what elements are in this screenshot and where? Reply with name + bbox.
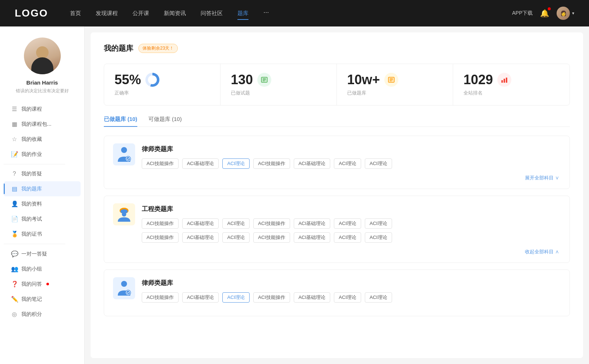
menu-label: 我的证书 [21,231,42,238]
svg-rect-10 [501,80,503,83]
stat-value-banks: 10w+ [347,73,380,86]
sidebar-menu: ☰ 我的课程 ▦ 我的课程包... ☆ 我的收藏 📝 我的作业 ? 我的答疑 ▤ [0,101,84,322]
tag-2-4[interactable]: ACI基础理论 [294,218,331,229]
nav-question-bank[interactable]: 题库 [237,8,248,18]
tag-2b-0[interactable]: ACI技能操作 [142,232,179,243]
person-silhouette [29,45,55,74]
user-avatar-menu[interactable]: 👩 ▾ [557,7,574,20]
tag-3-2[interactable]: ACI理论 [222,292,250,303]
stat-label-questions: 已做试题 [231,90,326,96]
expand-link-1[interactable]: 展开全部科目 ∨ [113,175,561,181]
tag-1-3[interactable]: ACI技能操作 [253,158,290,169]
stat-label-accuracy: 正确率 [114,90,210,96]
tab-available-banks[interactable]: 可做题库 (10) [148,116,182,126]
tag-1-1[interactable]: ACI基础理论 [182,158,219,169]
tag-2-6[interactable]: ACI理论 [365,218,392,229]
tag-1-5[interactable]: ACI理论 [334,158,361,169]
qbank-header-3: 律师类题库 ACI技能操作 ACI基础理论 ACI理论 ACI技能操作 ACI基… [113,277,561,303]
menu-label: 我的积分 [21,311,42,318]
tag-2b-3[interactable]: ACI技能操作 [253,232,290,243]
qbank-icon-engineer [113,203,135,225]
sidebar-item-certificate[interactable]: 🏅 我的证书 [4,226,81,242]
tag-3-6[interactable]: ACI理论 [365,292,392,303]
sidebar-item-my-courses[interactable]: ☰ 我的课程 [4,101,81,117]
navbar: LOGO 首页 发现课程 公开课 新闻资讯 问答社区 题库 ··· APP下载 … [0,0,589,26]
nav-news[interactable]: 新闻资讯 [164,8,186,18]
sidebar-item-tutoring[interactable]: 💬 一对一答疑 [4,246,81,261]
menu-label: 我的笔记 [21,296,42,303]
tag-2-5[interactable]: ACI理论 [334,218,361,229]
stat-banks-done: 10w+ 已做题库 [337,64,453,105]
sidebar-item-homework[interactable]: 📝 我的作业 [4,147,81,162]
sidebar-item-exam[interactable]: 📄 我的考试 [4,211,81,226]
sidebar-item-favorites[interactable]: ☆ 我的收藏 [4,132,81,147]
tag-1-2[interactable]: ACI理论 [222,158,250,169]
tags-row-2b: ACI技能操作 ACI基础理论 ACI理论 ACI技能操作 ACI基础理论 AC… [142,232,561,243]
sidebar-item-questions[interactable]: ❓ 我的问答 [4,276,81,292]
nav-open-course[interactable]: 公开课 [133,8,149,18]
menu-label: 我的题库 [21,186,42,192]
sidebar-item-profile[interactable]: 👤 我的资料 [4,196,81,211]
bell-icon: 🔔 [540,9,549,17]
menu-label: 我的课程包... [21,121,52,128]
nav-home[interactable]: 首页 [70,8,81,18]
svg-point-19 [121,281,127,287]
tag-3-5[interactable]: ACI理论 [334,292,361,303]
sidebar-item-qa[interactable]: ? 我的答疑 [4,167,81,181]
tag-3-4[interactable]: ACI基础理论 [294,292,331,303]
nav-qa[interactable]: 问答社区 [201,8,223,18]
tag-2-2[interactable]: ACI理论 [222,218,250,229]
sidebar-item-groups[interactable]: 👥 我的小组 [4,261,81,276]
tag-3-1[interactable]: ACI基础理论 [182,292,219,303]
stat-value-rank: 1029 [463,73,493,86]
stat-top: 55% [114,73,210,87]
tag-1-4[interactable]: ACI基础理论 [294,158,331,169]
notification-bell[interactable]: 🔔 [540,9,549,18]
profile-name: Brian Harris [27,79,58,86]
sidebar-item-question-bank[interactable]: ▤ 我的题库 [4,181,81,196]
stat-rank: 1029 全站排名 [453,64,569,105]
lawyer-icon [116,146,132,163]
qbank-icon: ▤ [11,185,18,192]
stat-accuracy: 55% 正确率 [104,64,221,105]
tag-2-3[interactable]: ACI技能操作 [253,218,290,229]
groups-icon: 👥 [11,265,18,272]
tag-3-0[interactable]: ACI技能操作 [142,292,179,303]
tag-2b-1[interactable]: ACI基础理论 [182,232,219,243]
tag-2b-6[interactable]: ACI理论 [365,232,392,243]
notes-icon: ✏️ [11,296,18,303]
content-area: 我的题库 体验剩余23天！ 55% 正确率 130 [91,32,583,358]
tutoring-icon: 💬 [11,250,18,257]
qbank-content-3: 律师类题库 ACI技能操作 ACI基础理论 ACI理论 ACI技能操作 ACI基… [142,277,561,303]
stat-icon-accuracy [145,73,159,87]
collapse-link-2[interactable]: 收起全部科目 ∧ [113,249,561,255]
nav-more[interactable]: ··· [263,8,269,18]
menu-label: 我的答疑 [21,171,42,177]
menu-label: 我的作业 [21,151,42,158]
logo: LOGO [15,7,48,19]
tag-3-3[interactable]: ACI技能操作 [253,292,290,303]
sidebar-item-points[interactable]: ◎ 我的积分 [4,307,81,322]
stats-row: 55% 正确率 130 [104,64,570,106]
stat-label-banks: 已做题库 [347,90,442,96]
sidebar-item-notes[interactable]: ✏️ 我的笔记 [4,292,81,307]
tag-2b-5[interactable]: ACI理论 [334,232,361,243]
tag-2b-2[interactable]: ACI理论 [222,232,250,243]
svg-point-13 [121,147,127,153]
avatar-background [24,38,61,74]
tag-2-0[interactable]: ACI技能操作 [142,218,179,229]
qa-icon: ? [11,171,18,177]
app-download-button[interactable]: APP下载 [512,10,533,17]
tag-1-0[interactable]: ACI技能操作 [142,158,179,169]
tag-2b-4[interactable]: ACI基础理论 [294,232,331,243]
tag-2-1[interactable]: ACI基础理论 [182,218,219,229]
tag-1-6[interactable]: ACI理论 [365,158,392,169]
tab-done-banks[interactable]: 已做题库 (10) [104,116,137,126]
menu-label: 我的收藏 [21,136,42,143]
nav-discover[interactable]: 发现课程 [96,8,118,18]
notification-badge [548,7,551,10]
menu-label: 我的考试 [21,216,42,222]
chevron-down-icon: ▾ [572,11,574,16]
tags-row-2a: ACI技能操作 ACI基础理论 ACI理论 ACI技能操作 ACI基础理论 AC… [142,218,561,229]
sidebar-item-course-packages[interactable]: ▦ 我的课程包... [4,117,81,132]
